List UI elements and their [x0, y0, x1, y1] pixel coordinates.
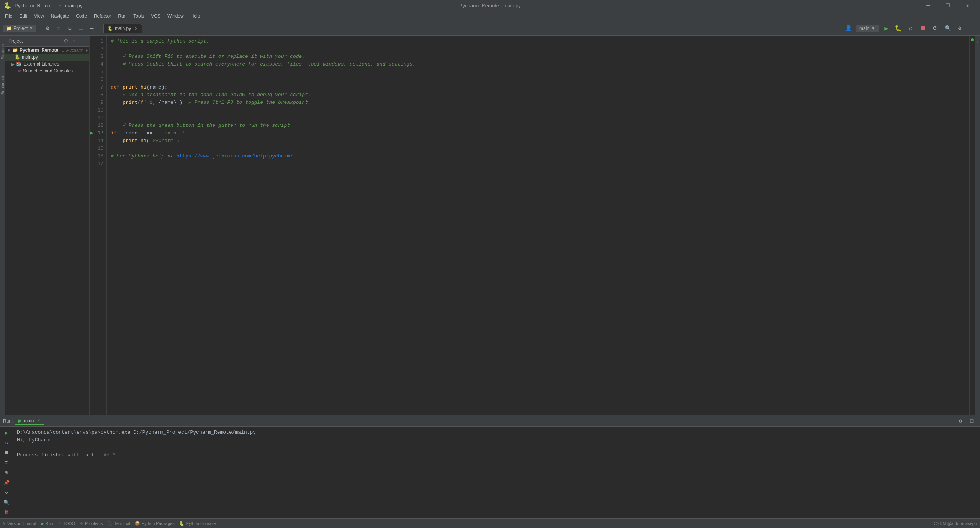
help-link[interactable]: https://www.jetbrains.com/help/pycharm/	[177, 153, 293, 159]
status-problems[interactable]: ⚠ Problems	[80, 521, 103, 526]
line-num-1: 1	[90, 38, 106, 45]
close-button[interactable]: ✕	[959, 0, 976, 11]
menu-window[interactable]: Window	[164, 13, 187, 20]
run-config-dropdown[interactable]: main ▼	[856, 25, 879, 32]
status-python-packages[interactable]: 📦 Python Packages	[135, 521, 175, 526]
panel-gear-icon[interactable]: ⚙	[62, 38, 69, 44]
settings-toolbar-button[interactable]: ⚙	[955, 23, 965, 33]
file-tab-main[interactable]: 🐍 main.py ✕	[103, 24, 142, 33]
collapse-btn[interactable]: ⊟	[65, 23, 75, 33]
todo-icon: ☑	[57, 521, 61, 526]
console-side-btn[interactable]: ⚒	[2, 489, 11, 497]
line-num-14: 14	[90, 137, 106, 145]
file-tab-label: main.py	[115, 26, 131, 31]
tree-main-py[interactable]: 🐍 main.py	[5, 54, 89, 61]
root-expand-icon: ▼	[7, 48, 11, 52]
gutter-indicator	[971, 38, 974, 41]
maximize-button[interactable]: □	[939, 0, 957, 11]
run-button[interactable]: ▶	[881, 23, 891, 33]
line-num-15: 15	[90, 145, 106, 152]
code-line-9: print(f'Hi, {name}') # Press Ctrl+F8 to …	[111, 99, 965, 107]
check-icon: ✓	[976, 39, 979, 44]
tree-external-libs[interactable]: ▶ 📚 External Libraries	[5, 61, 89, 67]
left-vertical-tabs: Structure Bookmarks	[0, 36, 5, 415]
code-line-10	[111, 107, 965, 114]
menu-navigate[interactable]: Navigate	[48, 13, 72, 20]
delete-btn[interactable]: 🗑	[2, 508, 11, 517]
status-run-label: Run	[45, 521, 53, 526]
external-libs-icon: 📚	[16, 61, 22, 67]
more-toolbar-button[interactable]: ⋮	[967, 23, 977, 33]
tree-root[interactable]: ▼ 📁 Pycharm_Remote D:\Pycharm_Project\Py…	[5, 47, 89, 54]
window-center-title: Pycharm_Remote - main.py	[459, 3, 521, 8]
structure-tab[interactable]: Structure	[0, 39, 6, 63]
run-again-btn[interactable]: ▶	[2, 429, 11, 437]
menu-run[interactable]: Run	[115, 13, 129, 20]
restore-layout-btn[interactable]: ⊞	[2, 469, 11, 477]
file-name-title: main.py	[65, 3, 83, 8]
scratches-icon: ✏	[18, 68, 21, 74]
sort-btn[interactable]: ≡	[54, 23, 64, 33]
menu-edit[interactable]: Edit	[16, 13, 30, 20]
bottom-maximize-btn[interactable]: □	[967, 416, 977, 426]
run-with-coverage-button[interactable]: ◎	[906, 23, 916, 33]
git-user-icon[interactable]: 👤	[843, 23, 853, 33]
code-line-4: # Press Double Shift to search everywher…	[111, 61, 965, 68]
close-panel-btn[interactable]: —	[87, 23, 97, 33]
console-command-line: D:\Anaconda\content\envs\pa\python.exe D…	[17, 429, 976, 436]
settings-btn[interactable]: ⚙	[43, 23, 52, 33]
line-num-16: 16	[90, 152, 106, 160]
search-toolbar-button[interactable]: 🔍	[942, 23, 952, 33]
toolbar: 📁 Project ▼ ⚙ ≡ ⊟ ☰ — 🐍 main.py ✕ 👤 main…	[0, 21, 980, 36]
rerun-btn[interactable]: ↺	[2, 439, 11, 447]
main-py-label: main.py	[22, 54, 38, 60]
code-line-13: if __name__ == '__main__':	[111, 130, 965, 137]
line-num-17: 17	[90, 160, 106, 168]
code-editor[interactable]: # This is a sample Python script. # Pres…	[107, 36, 969, 415]
panel-sort-icon[interactable]: ≡	[71, 38, 78, 44]
scratches-label: Scratches and Consoles	[23, 68, 73, 74]
menu-code[interactable]: Code	[73, 13, 90, 20]
minimize-button[interactable]: ─	[919, 0, 937, 11]
status-python-console[interactable]: 🐍 Python Console	[179, 521, 216, 526]
status-version-control[interactable]: ⑂ Version Control	[3, 521, 36, 526]
run-main-tab[interactable]: ▶ main ✕	[15, 417, 44, 425]
packages-icon: 📦	[135, 521, 140, 526]
line-num-5: 5	[90, 68, 106, 76]
filter-btn[interactable]: 🔍	[2, 498, 11, 507]
panel-collapse-icon[interactable]: —	[79, 38, 86, 44]
file-tab-close-icon[interactable]: ✕	[134, 26, 138, 31]
toolbar-more-btn[interactable]: ⟳	[930, 23, 940, 33]
code-line-1: # This is a sample Python script.	[111, 38, 965, 45]
layout-btn[interactable]: ☰	[76, 23, 86, 33]
status-right: CSDN @autorenasepp	[934, 521, 977, 526]
status-vc-label: Version Control	[7, 521, 36, 526]
bottom-settings-btn[interactable]: ⚙	[955, 416, 965, 426]
bookmarks-tab[interactable]: Bookmarks	[0, 71, 6, 98]
status-run-icon: ▶	[41, 521, 44, 526]
run-config-chevron-icon: ▼	[871, 26, 875, 30]
run-arrow-icon: ▶	[90, 130, 93, 137]
pin-btn[interactable]: 📌	[2, 479, 11, 487]
menu-vcs[interactable]: VCS	[148, 13, 164, 20]
run-tab-close-icon[interactable]: ✕	[37, 418, 40, 423]
menu-bar: File Edit View Navigate Code Refactor Ru…	[0, 11, 980, 21]
tree-scratches[interactable]: ✏ Scratches and Consoles	[5, 67, 89, 74]
debug-button[interactable]: 🐛	[893, 23, 903, 33]
menu-tools[interactable]: Tools	[130, 13, 147, 20]
editor-area: 1 2 3 4 5 6 7 8 9 10 11 12 ▶ 13 14 15 16…	[90, 36, 975, 415]
menu-refactor[interactable]: Refactor	[91, 13, 114, 20]
status-todo[interactable]: ☑ TODO	[57, 521, 75, 526]
project-dropdown[interactable]: 📁 Project ▼	[3, 25, 36, 32]
menu-help[interactable]: Help	[188, 13, 203, 20]
stop-run-btn[interactable]: ⏹	[2, 449, 11, 457]
menu-view[interactable]: View	[31, 13, 47, 20]
status-terminal[interactable]: ⬛ Terminal	[107, 521, 130, 526]
status-run[interactable]: ▶ Run	[41, 521, 53, 526]
stop-button[interactable]: ⏹	[918, 23, 928, 33]
editor-content: 1 2 3 4 5 6 7 8 9 10 11 12 ▶ 13 14 15 16…	[90, 36, 975, 415]
terminal-icon: ⬛	[107, 521, 113, 526]
menu-file[interactable]: File	[2, 13, 15, 20]
toolbar-settings: ⚙ ≡ ⊟ ☰ —	[43, 23, 97, 33]
list-view-btn[interactable]: ≡	[2, 459, 11, 467]
